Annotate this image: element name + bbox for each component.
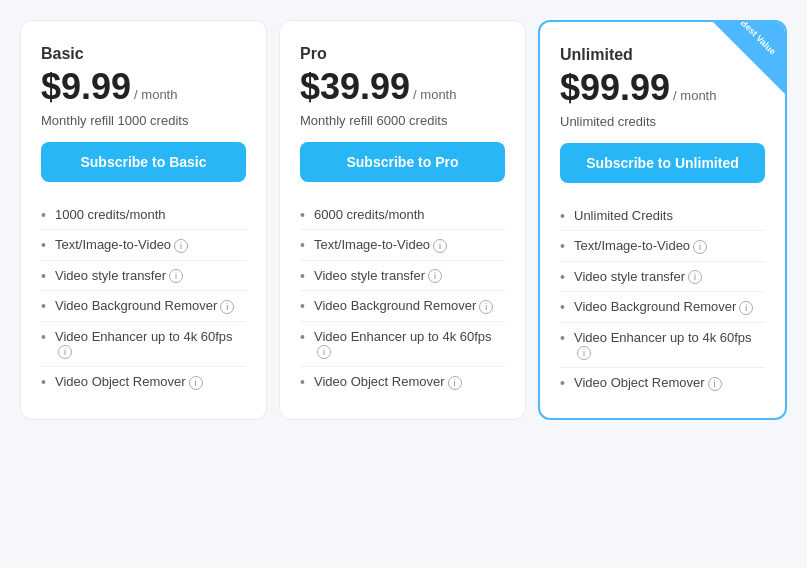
info-icon[interactable]: i <box>479 300 493 314</box>
features-list: 1000 credits/month Text/Image-to-Videoi … <box>41 200 246 397</box>
info-icon[interactable]: i <box>688 270 702 284</box>
info-icon[interactable]: i <box>428 269 442 283</box>
plan-card-unlimited: Best Value Unlimited $99.99 / month Unli… <box>538 20 787 420</box>
features-list: 6000 credits/month Text/Image-to-Videoi … <box>300 200 505 397</box>
pricing-container: Basic $9.99 / month Monthly refill 1000 … <box>10 10 797 430</box>
info-icon[interactable]: i <box>433 239 447 253</box>
feature-item: Text/Image-to-Videoi <box>300 230 505 261</box>
feature-item: Video Object Removeri <box>300 367 505 397</box>
feature-item: Video Enhancer up to 4k 60fpsi <box>560 323 765 369</box>
best-value-badge: Best Value <box>713 22 785 94</box>
subscribe-button-basic[interactable]: Subscribe to Basic <box>41 142 246 182</box>
price-period: / month <box>413 87 456 102</box>
feature-item: Video Background Removeri <box>300 291 505 322</box>
info-icon[interactable]: i <box>58 345 72 359</box>
info-icon[interactable]: i <box>174 239 188 253</box>
info-icon[interactable]: i <box>708 377 722 391</box>
subscribe-button-unlimited[interactable]: Subscribe to Unlimited <box>560 143 765 183</box>
feature-item: Video style transferi <box>300 261 505 292</box>
feature-item: Video Object Removeri <box>560 368 765 398</box>
price-amount: $39.99 <box>300 69 410 105</box>
plan-price: $39.99 / month <box>300 69 505 105</box>
price-amount: $9.99 <box>41 69 131 105</box>
price-amount: $99.99 <box>560 70 670 106</box>
feature-item: Video style transferi <box>41 261 246 292</box>
info-icon[interactable]: i <box>739 301 753 315</box>
features-list: Unlimited Credits Text/Image-to-Videoi V… <box>560 201 765 398</box>
plan-credits-info: Monthly refill 6000 credits <box>300 113 505 128</box>
price-period: / month <box>673 88 716 103</box>
plan-credits-info: Monthly refill 1000 credits <box>41 113 246 128</box>
plan-credits-info: Unlimited credits <box>560 114 765 129</box>
feature-item: Video Background Removeri <box>560 292 765 323</box>
info-icon[interactable]: i <box>693 240 707 254</box>
feature-item: Video Object Removeri <box>41 367 246 397</box>
feature-item: Video style transferi <box>560 262 765 293</box>
info-icon[interactable]: i <box>577 346 591 360</box>
price-period: / month <box>134 87 177 102</box>
plan-card-basic: Basic $9.99 / month Monthly refill 1000 … <box>20 20 267 420</box>
plan-card-pro: Pro $39.99 / month Monthly refill 6000 c… <box>279 20 526 420</box>
feature-item: 1000 credits/month <box>41 200 246 230</box>
plan-price: $9.99 / month <box>41 69 246 105</box>
info-icon[interactable]: i <box>220 300 234 314</box>
plan-name: Pro <box>300 45 505 63</box>
info-icon[interactable]: i <box>189 376 203 390</box>
feature-item: Text/Image-to-Videoi <box>41 230 246 261</box>
feature-item: Video Enhancer up to 4k 60fpsi <box>41 322 246 368</box>
info-icon[interactable]: i <box>317 345 331 359</box>
info-icon[interactable]: i <box>448 376 462 390</box>
info-icon[interactable]: i <box>169 269 183 283</box>
feature-item: Video Enhancer up to 4k 60fpsi <box>300 322 505 368</box>
subscribe-button-pro[interactable]: Subscribe to Pro <box>300 142 505 182</box>
feature-item: Text/Image-to-Videoi <box>560 231 765 262</box>
plan-name: Basic <box>41 45 246 63</box>
feature-item: Video Background Removeri <box>41 291 246 322</box>
feature-item: 6000 credits/month <box>300 200 505 230</box>
best-value-text: Best Value <box>737 22 780 59</box>
feature-item: Unlimited Credits <box>560 201 765 231</box>
